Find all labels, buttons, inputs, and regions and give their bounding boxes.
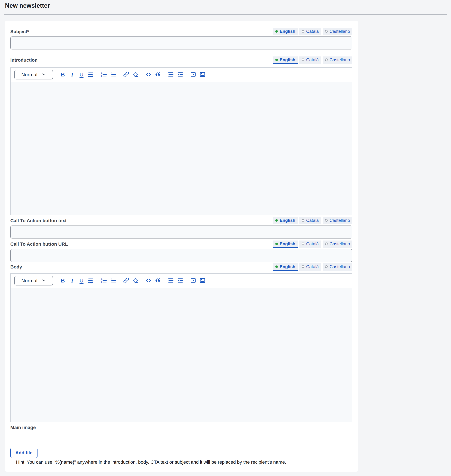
- insert-video-button[interactable]: [190, 276, 197, 285]
- bold-icon: B: [61, 278, 65, 284]
- radio-selected-icon: [275, 243, 278, 245]
- indent-button[interactable]: [167, 70, 174, 79]
- indent-button[interactable]: [167, 276, 174, 285]
- ordered-list-icon: 123: [101, 71, 107, 78]
- italic-button[interactable]: I: [69, 70, 76, 79]
- lang-tab-catala[interactable]: Català: [299, 28, 321, 35]
- lang-tab-english[interactable]: English: [273, 241, 298, 248]
- code-button[interactable]: [145, 70, 152, 79]
- lang-tab-label: Català: [306, 241, 319, 247]
- lang-tab-castellano[interactable]: Castellano: [323, 28, 352, 35]
- link-icon: [123, 278, 129, 284]
- lang-tab-label: English: [280, 241, 295, 247]
- lang-tab-catala[interactable]: Català: [299, 56, 321, 64]
- introduction-editor-toolbar: Normal B I U 123: [11, 68, 352, 82]
- lang-tab-castellano[interactable]: Castellano: [323, 56, 352, 64]
- video-icon: [190, 278, 196, 284]
- bullet-list-icon: [110, 71, 116, 78]
- link-button[interactable]: [123, 276, 130, 285]
- radio-unselected-icon: [325, 219, 328, 222]
- language-selector-introduction: English Català Castellano: [273, 56, 352, 64]
- lang-tab-castellano[interactable]: Castellano: [323, 241, 352, 248]
- cta-url-label: Call To Action button URL: [10, 241, 68, 247]
- cta-url-input[interactable]: [10, 249, 352, 262]
- quote-icon: [155, 278, 161, 284]
- italic-button[interactable]: I: [69, 276, 76, 285]
- chevron-down-icon: [42, 72, 46, 77]
- insert-image-button[interactable]: [199, 276, 206, 285]
- radio-unselected-icon: [302, 265, 304, 268]
- body-editor-content[interactable]: [11, 288, 352, 422]
- body-label: Body: [10, 264, 22, 270]
- lang-tab-catala[interactable]: Català: [299, 217, 321, 224]
- image-icon: [200, 71, 206, 78]
- cta-text-input[interactable]: [10, 226, 352, 239]
- lang-tab-label: Castellano: [330, 57, 350, 62]
- radio-selected-icon: [275, 30, 278, 33]
- introduction-label: Introduction: [10, 57, 38, 63]
- introduction-editor-content[interactable]: [11, 82, 352, 215]
- bold-button[interactable]: B: [59, 276, 66, 285]
- eraser-icon: [132, 278, 138, 284]
- insert-image-button[interactable]: [199, 70, 206, 79]
- line-break-button[interactable]: [87, 70, 94, 79]
- italic-icon: I: [71, 278, 73, 284]
- code-button[interactable]: [145, 276, 152, 285]
- radio-selected-icon: [275, 219, 278, 222]
- bullet-list-icon: [110, 278, 116, 284]
- clean-formatting-button[interactable]: [132, 70, 139, 79]
- outdent-icon: [177, 71, 183, 78]
- line-break-button[interactable]: [87, 276, 94, 285]
- lang-tab-english[interactable]: English: [273, 28, 298, 35]
- image-icon: [200, 278, 206, 284]
- cta-url-field-header: Call To Action button URL English Català…: [10, 241, 352, 248]
- hint-text: Hint: You can use "%{name}" anywhere in …: [10, 459, 352, 465]
- indent-icon: [168, 71, 174, 78]
- insert-video-button[interactable]: [190, 70, 197, 79]
- blockquote-button[interactable]: [154, 70, 161, 79]
- body-field-header: Body English Català Castellano: [10, 263, 352, 271]
- body-editor-toolbar: Normal B I U 123: [11, 274, 352, 288]
- page-title: New newsletter: [0, 0, 451, 9]
- code-icon: [145, 278, 151, 284]
- paragraph-style-select[interactable]: Normal: [14, 70, 53, 80]
- paragraph-style-select[interactable]: Normal: [14, 276, 53, 285]
- quote-icon: [155, 71, 161, 78]
- line-break-icon: [88, 71, 94, 78]
- lang-tab-english[interactable]: English: [273, 263, 298, 271]
- lang-tab-catala[interactable]: Català: [299, 241, 321, 248]
- lang-tab-castellano[interactable]: Castellano: [323, 263, 352, 271]
- lang-tab-catala[interactable]: Català: [299, 263, 321, 271]
- bullet-list-button[interactable]: [110, 276, 117, 285]
- introduction-editor: Normal B I U 123: [10, 67, 352, 215]
- outdent-icon: [177, 278, 183, 284]
- line-break-icon: [88, 278, 94, 284]
- svg-text:3: 3: [101, 281, 102, 283]
- link-icon: [123, 71, 129, 78]
- radio-unselected-icon: [302, 219, 304, 222]
- outdent-button[interactable]: [177, 276, 184, 285]
- paragraph-style-value: Normal: [21, 72, 38, 77]
- underline-button[interactable]: U: [78, 70, 85, 79]
- ordered-list-button[interactable]: 123: [100, 276, 107, 285]
- lang-tab-english[interactable]: English: [273, 56, 298, 64]
- paragraph-style-value: Normal: [21, 278, 38, 284]
- lang-tab-label: English: [280, 218, 295, 223]
- ordered-list-button[interactable]: 123: [100, 70, 107, 79]
- clean-formatting-button[interactable]: [132, 276, 139, 285]
- outdent-button[interactable]: [177, 70, 184, 79]
- lang-tab-castellano[interactable]: Castellano: [323, 217, 352, 224]
- link-button[interactable]: [123, 70, 130, 79]
- radio-unselected-icon: [302, 242, 304, 245]
- lang-tab-english[interactable]: English: [273, 217, 298, 224]
- bullet-list-button[interactable]: [110, 70, 117, 79]
- bold-button[interactable]: B: [59, 70, 66, 79]
- subject-input[interactable]: [10, 37, 352, 49]
- lang-tab-label: English: [280, 264, 295, 269]
- lang-tab-label: Català: [306, 264, 319, 269]
- lang-tab-label: Castellano: [330, 264, 350, 269]
- add-file-button[interactable]: Add file: [10, 448, 38, 458]
- underline-button[interactable]: U: [78, 276, 85, 285]
- newsletter-form-card: Subject* English Català Castellano Intro…: [5, 21, 358, 472]
- blockquote-button[interactable]: [154, 276, 161, 285]
